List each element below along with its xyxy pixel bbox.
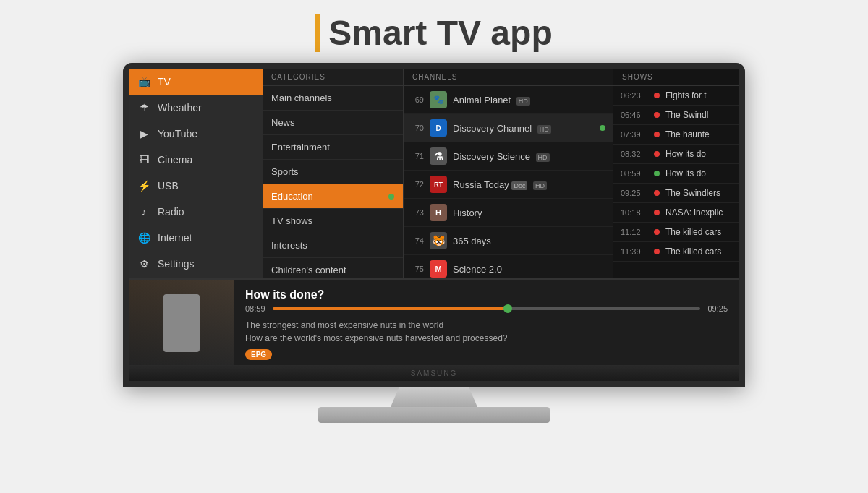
sidebar-item-settings[interactable]: ⚙ Settings	[129, 251, 263, 277]
sidebar-label-radio: Radio	[158, 206, 184, 218]
show-item[interactable]: 07:39 The haunte	[613, 125, 739, 145]
hd-badge: HD	[536, 153, 550, 162]
now-title: How its done?	[245, 288, 728, 301]
category-label: Children's content	[271, 265, 346, 275]
time-start: 08:59	[245, 304, 265, 313]
show-name: The killed cars	[665, 227, 721, 237]
tv-bottom-bar: SAMSUNG	[129, 365, 739, 381]
category-interests[interactable]: Interests	[263, 233, 403, 258]
category-sports[interactable]: Sports	[263, 160, 403, 184]
category-label: Entertainment	[271, 142, 330, 153]
online-indicator	[600, 125, 605, 131]
title-accent	[315, 14, 320, 52]
now-description-line2: How are the world's most expensive nuts …	[245, 332, 728, 345]
samsung-logo: SAMSUNG	[411, 369, 458, 377]
progress-bar-row: 08:59 09:25	[245, 304, 728, 313]
show-item[interactable]: 06:46 The Swindl	[613, 106, 739, 125]
page-title: Smart TV app	[328, 13, 552, 53]
now-description-line1: The strongest and most expensive nuts in…	[245, 319, 728, 332]
show-name: How its do	[665, 149, 706, 159]
show-item[interactable]: 11:39 The killed cars	[613, 242, 739, 262]
now-info: How its done? 08:59 09:25 The strongest …	[234, 280, 739, 365]
doc-badge: Doc	[511, 181, 527, 190]
channel-name: 365 days	[453, 236, 605, 246]
show-time: 11:12	[621, 228, 648, 236]
show-item[interactable]: 08:32 How its do	[613, 145, 739, 164]
stand-neck	[391, 387, 477, 407]
sidebar-item-tv[interactable]: 📺 TV	[129, 69, 263, 95]
channel-russia-today[interactable]: 72 RT Russia Today Doc HD	[404, 171, 613, 199]
top-section: 📺 TV ☂ Wheather ▶ YouTube 🎞 Cinema	[129, 69, 739, 278]
show-status-dot	[654, 190, 660, 196]
channel-history[interactable]: 73 H History	[404, 199, 613, 227]
show-item[interactable]: 08:59 How its do	[613, 164, 739, 184]
channel-discovery[interactable]: 70 D Discovery Channel HD	[404, 114, 613, 142]
category-education[interactable]: Education	[263, 184, 403, 209]
youtube-icon: ▶	[137, 127, 150, 140]
cinema-icon: 🎞	[137, 153, 150, 166]
category-tv-shows[interactable]: TV shows	[263, 209, 403, 233]
shows-header: SHOWS	[613, 69, 739, 86]
sidebar-label-youtube: YouTube	[158, 128, 197, 140]
show-item[interactable]: 10:18 NASA: inexplic	[613, 203, 739, 223]
channel-animal-planet[interactable]: 69 🐾 Animal Planet HD	[404, 86, 613, 114]
sidebar-label-weather: Wheather	[158, 102, 202, 113]
show-name: NASA: inexplic	[665, 207, 723, 218]
channels-header: CHANNELS	[404, 69, 613, 86]
category-label: Main channels	[271, 93, 332, 103]
tv-stand	[123, 387, 745, 423]
show-name: Fights for t	[665, 90, 707, 100]
category-news[interactable]: News	[263, 111, 403, 135]
usb-icon: ⚡	[137, 179, 150, 192]
show-item[interactable]: 09:25 The Swindlers	[613, 184, 739, 203]
progress-dot	[503, 304, 512, 313]
channel-icon: RT	[430, 176, 447, 193]
channel-icon: H	[430, 204, 447, 221]
show-item[interactable]: 11:12 The killed cars	[613, 223, 739, 242]
category-label: Interests	[271, 240, 307, 251]
thumb-figure	[163, 294, 200, 352]
progress-bar[interactable]	[273, 307, 701, 310]
tv-icon: 📺	[137, 75, 150, 88]
show-time: 08:32	[621, 150, 648, 158]
show-time: 06:46	[621, 111, 648, 119]
sidebar-label-cinema: Cinema	[158, 154, 192, 166]
category-main-channels[interactable]: Main channels	[263, 86, 403, 111]
hd-badge: HD	[537, 125, 551, 134]
channel-365days[interactable]: 74 🐯 365 days	[404, 227, 613, 255]
category-label: Sports	[271, 166, 299, 177]
sidebar-label-usb: USB	[158, 180, 179, 192]
sidebar-item-weather[interactable]: ☂ Wheather	[129, 95, 263, 121]
epg-badge[interactable]: EPG	[245, 349, 272, 360]
show-item[interactable]: 06:23 Fights for t	[613, 86, 739, 106]
sidebar-item-usb[interactable]: ⚡ USB	[129, 173, 263, 199]
channel-science[interactable]: 75 M Science 2.0	[404, 255, 613, 278]
tv-frame: 📺 TV ☂ Wheather ▶ YouTube 🎞 Cinema	[123, 63, 745, 387]
shows-panel: SHOWS 06:23 Fights for t 06:46 The Swind…	[613, 69, 739, 278]
channel-discovery-science[interactable]: 71 ⚗ Discovery Science HD	[404, 142, 613, 171]
app-ui: 📺 TV ☂ Wheather ▶ YouTube 🎞 Cinema	[129, 69, 739, 365]
show-name: How its do	[665, 168, 706, 179]
sidebar: 📺 TV ☂ Wheather ▶ YouTube 🎞 Cinema	[129, 69, 263, 278]
channel-number: 75	[411, 265, 424, 273]
weather-icon: ☂	[137, 101, 150, 114]
channel-name: Russia Today Doc HD	[453, 179, 605, 190]
radio-icon: ♪	[137, 205, 150, 218]
category-entertainment[interactable]: Entertainment	[263, 135, 403, 160]
sidebar-item-internet[interactable]: 🌐 Internet	[129, 225, 263, 251]
channel-icon: M	[430, 260, 447, 278]
channel-number: 74	[411, 236, 424, 245]
show-time: 09:25	[621, 189, 648, 197]
channels-panel: CHANNELS 69 🐾 Animal Planet HD 70 D	[404, 69, 613, 278]
show-name: The Swindlers	[665, 188, 720, 198]
show-status-dot	[654, 112, 660, 118]
sidebar-item-radio[interactable]: ♪ Radio	[129, 199, 263, 225]
channel-name: Science 2.0	[453, 264, 605, 275]
time-end: 09:25	[707, 304, 728, 313]
channel-icon: D	[430, 119, 447, 137]
sidebar-item-cinema[interactable]: 🎞 Cinema	[129, 147, 263, 173]
channel-number: 72	[411, 180, 424, 189]
channel-name: Discovery Channel HD	[453, 123, 594, 134]
show-time: 07:39	[621, 130, 648, 139]
sidebar-item-youtube[interactable]: ▶ YouTube	[129, 121, 263, 147]
